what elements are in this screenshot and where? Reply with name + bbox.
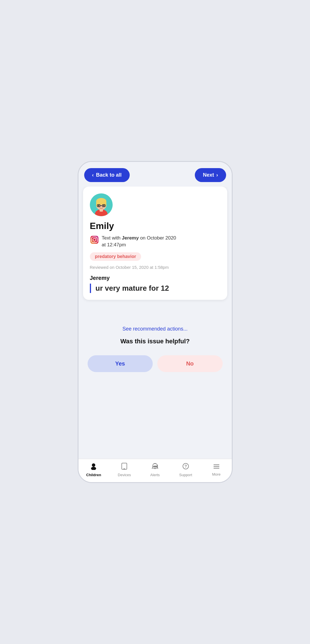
back-arrow-icon: ‹	[92, 172, 94, 178]
svg-point-17	[91, 467, 96, 470]
more-label: More	[212, 472, 221, 476]
nav-item-alerts[interactable]: Alerts	[146, 463, 164, 477]
conversation-sender: Jeremy	[90, 275, 220, 281]
back-label: Back to all	[96, 172, 122, 178]
bottom-navigation: Children Devices	[78, 459, 232, 482]
reviewed-text: Reviewed on October 15, 2020 at 1:58pm	[90, 265, 220, 270]
next-button[interactable]: Next ›	[195, 168, 226, 182]
yes-button[interactable]: Yes	[88, 355, 153, 372]
spacer	[83, 304, 227, 316]
svg-text:?: ?	[185, 464, 187, 468]
top-navigation: ‹ Back to all Next ›	[78, 162, 232, 187]
nav-item-devices[interactable]: Devices	[116, 463, 133, 477]
svg-rect-21	[154, 466, 157, 467]
support-icon: ?	[182, 463, 189, 472]
message-text: Text with Jeremy on October 2020at 12:47…	[102, 235, 176, 248]
conversation-bubble: ur very mature for 12	[90, 284, 220, 293]
svg-point-16	[92, 463, 95, 467]
svg-point-15	[96, 238, 96, 239]
nav-item-children[interactable]: Children	[85, 463, 102, 477]
contact-name: Jeremy	[122, 235, 139, 241]
devices-icon	[121, 463, 128, 472]
next-arrow-icon: ›	[216, 172, 218, 178]
svg-rect-18	[122, 463, 127, 469]
support-label: Support	[179, 473, 192, 477]
message-info: Text with Jeremy on October 2020at 12:47…	[90, 235, 220, 248]
more-icon	[213, 463, 220, 471]
child-name: Emily	[90, 221, 220, 231]
bottom-spacer	[83, 377, 227, 388]
alerts-icon	[151, 463, 159, 472]
content-area: Emily	[78, 187, 232, 459]
svg-point-11	[103, 205, 104, 207]
nav-item-support[interactable]: ? Support	[177, 463, 194, 477]
children-label: Children	[86, 473, 101, 477]
middle-section: See recommended actions... Was this issu…	[83, 320, 227, 351]
children-icon	[90, 463, 97, 472]
devices-label: Devices	[118, 473, 131, 477]
helpful-question: Was this issue helpful?	[120, 338, 190, 345]
back-button[interactable]: ‹ Back to all	[84, 168, 130, 182]
conversation-message: ur very mature for 12	[96, 284, 220, 293]
feedback-buttons: Yes No	[83, 355, 227, 372]
avatar	[90, 193, 113, 216]
nav-item-more[interactable]: More	[208, 463, 225, 476]
next-label: Next	[203, 172, 214, 178]
svg-point-10	[98, 205, 99, 207]
phone-frame: ‹ Back to all Next ›	[78, 161, 233, 483]
svg-point-20	[154, 463, 156, 464]
recommended-actions-link[interactable]: See recommended actions...	[122, 326, 187, 332]
no-button[interactable]: No	[157, 355, 223, 372]
profile-card: Emily	[83, 187, 227, 300]
tag-badge: predatory behavior	[90, 252, 141, 261]
alerts-label: Alerts	[150, 473, 160, 477]
instagram-icon	[90, 235, 99, 244]
